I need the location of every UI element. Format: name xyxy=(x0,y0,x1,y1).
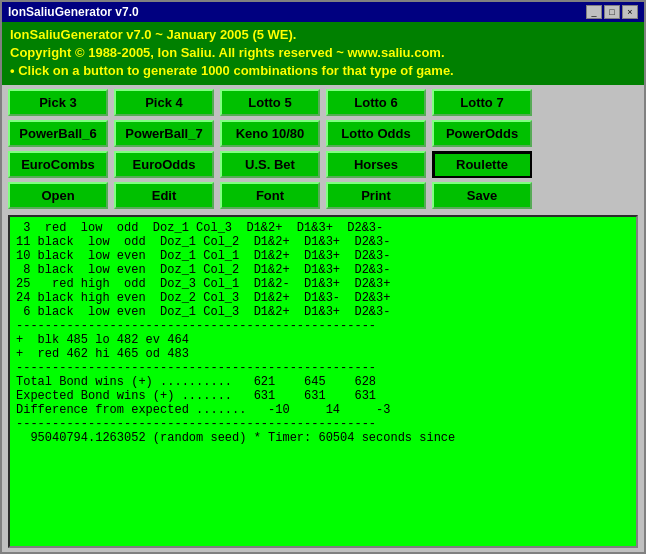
button-row-3: EuroCombs EuroOdds U.S. Bet Horses Roule… xyxy=(8,151,638,178)
title-bar: IonSaliuGenerator v7.0 _ □ × xyxy=(2,2,644,22)
button-row-4: Open Edit Font Print Save xyxy=(8,182,638,209)
maximize-button[interactable]: □ xyxy=(604,5,620,19)
lotto-odds-button[interactable]: Lotto Odds xyxy=(326,120,426,147)
header-line1: IonSaliuGenerator v7.0 ~ January 2005 (5… xyxy=(10,26,636,44)
open-button[interactable]: Open xyxy=(8,182,108,209)
output-container: 3 red low odd Doz_1 Col_3 D1&2+ D1&3+ D2… xyxy=(2,213,644,552)
button-row-1: Pick 3 Pick 4 Lotto 5 Lotto 6 Lotto 7 xyxy=(8,89,638,116)
buttons-area: Pick 3 Pick 4 Lotto 5 Lotto 6 Lotto 7 Po… xyxy=(2,85,644,213)
power-odds-button[interactable]: PowerOdds xyxy=(432,120,532,147)
horses-button[interactable]: Horses xyxy=(326,151,426,178)
euro-odds-button[interactable]: EuroOdds xyxy=(114,151,214,178)
close-button[interactable]: × xyxy=(622,5,638,19)
font-button[interactable]: Font xyxy=(220,182,320,209)
powerball6-button[interactable]: PowerBall_6 xyxy=(8,120,108,147)
header-area: IonSaliuGenerator v7.0 ~ January 2005 (5… xyxy=(2,22,644,85)
edit-button[interactable]: Edit xyxy=(114,182,214,209)
header-line2: Copyright © 1988-2005, Ion Saliu. All ri… xyxy=(10,44,636,62)
pick4-button[interactable]: Pick 4 xyxy=(114,89,214,116)
print-button[interactable]: Print xyxy=(326,182,426,209)
powerball7-button[interactable]: PowerBall_7 xyxy=(114,120,214,147)
us-bet-button[interactable]: U.S. Bet xyxy=(220,151,320,178)
lotto5-button[interactable]: Lotto 5 xyxy=(220,89,320,116)
title-bar-text: IonSaliuGenerator v7.0 xyxy=(8,5,139,19)
button-row-2: PowerBall_6 PowerBall_7 Keno 10/80 Lotto… xyxy=(8,120,638,147)
main-window: IonSaliuGenerator v7.0 _ □ × IonSaliuGen… xyxy=(0,0,646,554)
minimize-button[interactable]: _ xyxy=(586,5,602,19)
roulette-button[interactable]: Roulette xyxy=(432,151,532,178)
save-button[interactable]: Save xyxy=(432,182,532,209)
euro-combs-button[interactable]: EuroCombs xyxy=(8,151,108,178)
lotto6-button[interactable]: Lotto 6 xyxy=(326,89,426,116)
pick3-button[interactable]: Pick 3 xyxy=(8,89,108,116)
title-bar-buttons: _ □ × xyxy=(586,5,638,19)
keno-button[interactable]: Keno 10/80 xyxy=(220,120,320,147)
lotto7-button[interactable]: Lotto 7 xyxy=(432,89,532,116)
header-line3: • Click on a button to generate 1000 com… xyxy=(10,62,636,80)
output-area[interactable]: 3 red low odd Doz_1 Col_3 D1&2+ D1&3+ D2… xyxy=(8,215,638,548)
